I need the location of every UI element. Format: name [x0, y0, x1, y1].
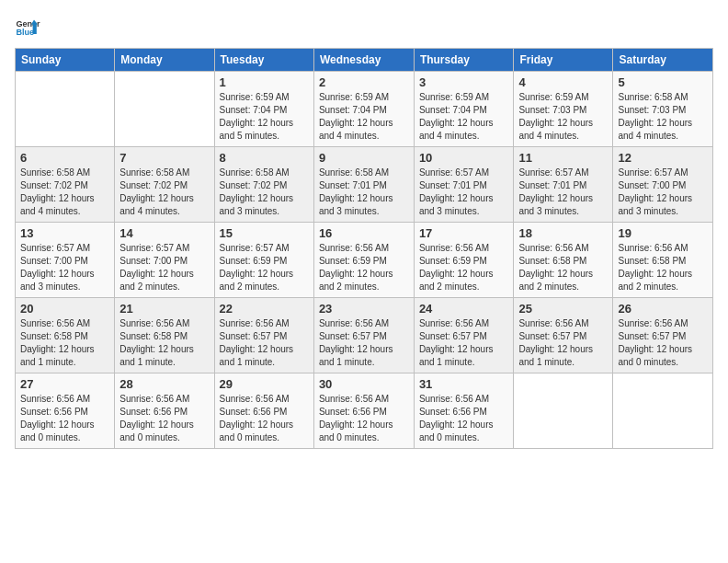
weekday-header: Sunday [16, 49, 115, 72]
day-number: 28 [119, 377, 209, 391]
logo: General Blue [15, 15, 40, 40]
day-number: 6 [20, 151, 109, 165]
day-number: 7 [119, 151, 209, 165]
day-number: 21 [119, 302, 209, 316]
calendar-table: SundayMondayTuesdayWednesdayThursdayFrid… [15, 48, 713, 449]
calendar-cell: 3Sunrise: 6:59 AM Sunset: 7:04 PM Daylig… [414, 72, 514, 147]
calendar-cell: 25Sunrise: 6:56 AM Sunset: 6:57 PM Dayli… [514, 298, 613, 373]
calendar-cell: 26Sunrise: 6:56 AM Sunset: 6:57 PM Dayli… [613, 298, 713, 373]
weekday-header: Thursday [414, 49, 514, 72]
day-number: 13 [20, 226, 109, 240]
calendar-week-row: 1Sunrise: 6:59 AM Sunset: 7:04 PM Daylig… [16, 72, 713, 147]
calendar-cell: 8Sunrise: 6:58 AM Sunset: 7:02 PM Daylig… [214, 147, 313, 223]
calendar-cell [514, 373, 613, 449]
day-number: 22 [220, 302, 309, 316]
svg-text:Blue: Blue [16, 28, 34, 37]
day-number: 16 [319, 226, 409, 240]
weekday-header: Monday [115, 49, 214, 72]
calendar-cell: 7Sunrise: 6:58 AM Sunset: 7:02 PM Daylig… [115, 147, 214, 223]
day-number: 19 [618, 226, 708, 240]
cell-details: Sunrise: 6:56 AM Sunset: 6:59 PM Dayligh… [319, 242, 409, 293]
cell-details: Sunrise: 6:56 AM Sunset: 6:56 PM Dayligh… [20, 393, 109, 444]
day-number: 27 [20, 377, 109, 391]
calendar-cell: 13Sunrise: 6:57 AM Sunset: 7:00 PM Dayli… [16, 223, 115, 298]
cell-details: Sunrise: 6:56 AM Sunset: 6:56 PM Dayligh… [419, 393, 509, 444]
day-number: 5 [618, 75, 708, 89]
calendar-cell: 31Sunrise: 6:56 AM Sunset: 6:56 PM Dayli… [414, 373, 514, 449]
day-number: 31 [419, 377, 509, 391]
cell-details: Sunrise: 6:56 AM Sunset: 6:57 PM Dayligh… [419, 317, 509, 369]
cell-details: Sunrise: 6:59 AM Sunset: 7:04 PM Dayligh… [220, 91, 309, 143]
cell-details: Sunrise: 6:56 AM Sunset: 6:56 PM Dayligh… [319, 393, 409, 444]
weekday-header: Tuesday [214, 49, 313, 72]
calendar-cell: 5Sunrise: 6:58 AM Sunset: 7:03 PM Daylig… [613, 72, 713, 147]
cell-details: Sunrise: 6:58 AM Sunset: 7:03 PM Dayligh… [618, 91, 708, 143]
calendar-week-row: 27Sunrise: 6:56 AM Sunset: 6:56 PM Dayli… [16, 373, 713, 449]
day-number: 1 [220, 75, 309, 89]
cell-details: Sunrise: 6:58 AM Sunset: 7:02 PM Dayligh… [119, 167, 209, 218]
calendar-cell: 22Sunrise: 6:56 AM Sunset: 6:57 PM Dayli… [214, 298, 313, 373]
cell-details: Sunrise: 6:59 AM Sunset: 7:03 PM Dayligh… [518, 91, 608, 143]
calendar-cell: 20Sunrise: 6:56 AM Sunset: 6:58 PM Dayli… [16, 298, 115, 373]
calendar-cell: 17Sunrise: 6:56 AM Sunset: 6:59 PM Dayli… [414, 223, 514, 298]
cell-details: Sunrise: 6:56 AM Sunset: 6:57 PM Dayligh… [618, 317, 708, 369]
day-number: 23 [319, 302, 409, 316]
cell-details: Sunrise: 6:56 AM Sunset: 6:58 PM Dayligh… [618, 242, 708, 293]
page-header: General Blue [15, 15, 713, 40]
day-number: 12 [618, 151, 708, 165]
calendar-cell: 30Sunrise: 6:56 AM Sunset: 6:56 PM Dayli… [313, 373, 414, 449]
day-number: 4 [518, 75, 608, 89]
day-number: 26 [618, 302, 708, 316]
calendar-cell: 23Sunrise: 6:56 AM Sunset: 6:57 PM Dayli… [313, 298, 414, 373]
day-number: 30 [319, 377, 409, 391]
logo-icon: General Blue [15, 15, 40, 40]
calendar-cell: 10Sunrise: 6:57 AM Sunset: 7:01 PM Dayli… [414, 147, 514, 223]
calendar-week-row: 6Sunrise: 6:58 AM Sunset: 7:02 PM Daylig… [16, 147, 713, 223]
day-number: 18 [518, 226, 608, 240]
cell-details: Sunrise: 6:58 AM Sunset: 7:02 PM Dayligh… [220, 167, 309, 218]
cell-details: Sunrise: 6:57 AM Sunset: 7:00 PM Dayligh… [119, 242, 209, 293]
calendar-cell: 18Sunrise: 6:56 AM Sunset: 6:58 PM Dayli… [514, 223, 613, 298]
cell-details: Sunrise: 6:59 AM Sunset: 7:04 PM Dayligh… [419, 91, 509, 143]
day-number: 17 [419, 226, 509, 240]
cell-details: Sunrise: 6:57 AM Sunset: 7:00 PM Dayligh… [20, 242, 109, 293]
calendar-cell [16, 72, 115, 147]
day-number: 29 [220, 377, 309, 391]
cell-details: Sunrise: 6:56 AM Sunset: 6:57 PM Dayligh… [518, 317, 608, 369]
calendar-cell: 21Sunrise: 6:56 AM Sunset: 6:58 PM Dayli… [115, 298, 214, 373]
cell-details: Sunrise: 6:56 AM Sunset: 6:57 PM Dayligh… [319, 317, 409, 369]
day-number: 2 [319, 75, 409, 89]
calendar-cell: 24Sunrise: 6:56 AM Sunset: 6:57 PM Dayli… [414, 298, 514, 373]
cell-details: Sunrise: 6:57 AM Sunset: 7:01 PM Dayligh… [419, 167, 509, 218]
day-number: 8 [220, 151, 309, 165]
cell-details: Sunrise: 6:56 AM Sunset: 6:56 PM Dayligh… [119, 393, 209, 444]
calendar-cell [613, 373, 713, 449]
calendar-cell: 28Sunrise: 6:56 AM Sunset: 6:56 PM Dayli… [115, 373, 214, 449]
cell-details: Sunrise: 6:57 AM Sunset: 7:01 PM Dayligh… [518, 167, 608, 218]
day-number: 10 [419, 151, 509, 165]
calendar-cell: 29Sunrise: 6:56 AM Sunset: 6:56 PM Dayli… [214, 373, 313, 449]
day-number: 20 [20, 302, 109, 316]
calendar-cell: 11Sunrise: 6:57 AM Sunset: 7:01 PM Dayli… [514, 147, 613, 223]
calendar-cell: 12Sunrise: 6:57 AM Sunset: 7:00 PM Dayli… [613, 147, 713, 223]
weekday-header: Saturday [613, 49, 713, 72]
cell-details: Sunrise: 6:57 AM Sunset: 6:59 PM Dayligh… [220, 242, 309, 293]
day-number: 25 [518, 302, 608, 316]
calendar-cell: 15Sunrise: 6:57 AM Sunset: 6:59 PM Dayli… [214, 223, 313, 298]
cell-details: Sunrise: 6:58 AM Sunset: 7:02 PM Dayligh… [20, 167, 109, 218]
day-number: 11 [518, 151, 608, 165]
cell-details: Sunrise: 6:57 AM Sunset: 7:00 PM Dayligh… [618, 167, 708, 218]
weekday-header: Friday [514, 49, 613, 72]
calendar-cell: 14Sunrise: 6:57 AM Sunset: 7:00 PM Dayli… [115, 223, 214, 298]
calendar-cell: 9Sunrise: 6:58 AM Sunset: 7:01 PM Daylig… [313, 147, 414, 223]
calendar-cell: 2Sunrise: 6:59 AM Sunset: 7:04 PM Daylig… [313, 72, 414, 147]
cell-details: Sunrise: 6:56 AM Sunset: 6:59 PM Dayligh… [419, 242, 509, 293]
calendar-cell: 1Sunrise: 6:59 AM Sunset: 7:04 PM Daylig… [214, 72, 313, 147]
calendar-week-row: 13Sunrise: 6:57 AM Sunset: 7:00 PM Dayli… [16, 223, 713, 298]
calendar-cell: 27Sunrise: 6:56 AM Sunset: 6:56 PM Dayli… [16, 373, 115, 449]
day-number: 9 [319, 151, 409, 165]
cell-details: Sunrise: 6:56 AM Sunset: 6:58 PM Dayligh… [119, 317, 209, 369]
cell-details: Sunrise: 6:56 AM Sunset: 6:58 PM Dayligh… [20, 317, 109, 369]
day-number: 14 [119, 226, 209, 240]
weekday-header: Wednesday [313, 49, 414, 72]
